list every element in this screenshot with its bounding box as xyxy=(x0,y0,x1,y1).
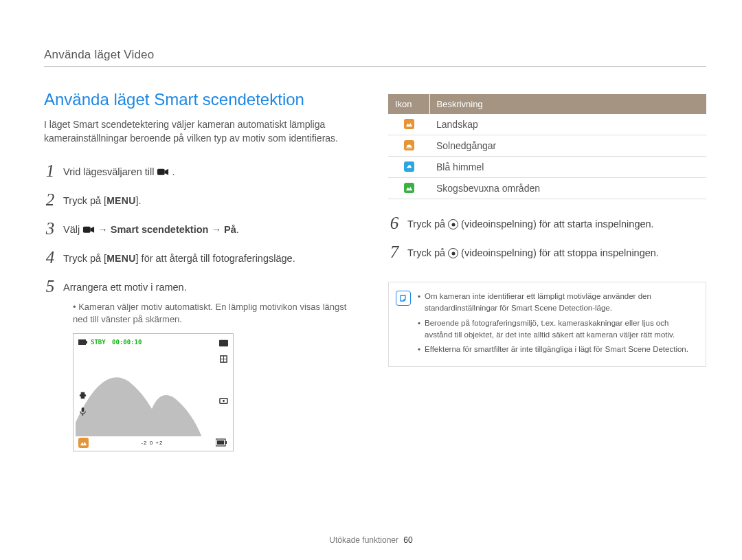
table-header-desc: Beskrivning xyxy=(429,94,706,114)
svg-rect-1 xyxy=(83,227,91,233)
table-header-icon: Ikon xyxy=(388,94,429,114)
step-5-text: Arrangera ett motiv i ramen. xyxy=(63,278,187,294)
menu-label: MENU xyxy=(106,195,135,206)
left-column: Använda läget Smart scendetektion I läge… xyxy=(44,90,362,451)
step-3-bold-1: Smart scendetektion xyxy=(111,224,209,235)
step-6-text-a: Tryck på xyxy=(407,219,448,229)
step-2-text-b: ]. xyxy=(136,195,142,206)
record-button-icon xyxy=(448,219,458,229)
video-camera-icon xyxy=(157,167,169,177)
table-row: Solnedgångar xyxy=(388,135,706,157)
scene-mode-icon xyxy=(78,438,89,448)
step-number: 4 xyxy=(44,249,56,266)
camera-preview: STBY 00:00:10 xyxy=(73,333,234,451)
svg-rect-10 xyxy=(225,441,227,444)
step-number: 1 xyxy=(44,162,56,179)
record-button-icon xyxy=(448,248,458,258)
step-number: 6 xyxy=(388,214,401,232)
svg-rect-4 xyxy=(219,340,228,346)
step-4-text-a: Tryck på [ xyxy=(63,253,106,264)
svg-rect-2 xyxy=(78,339,86,345)
step-list: 1 Vrid lägesväljaren till . 2 Tryck på [… xyxy=(44,157,362,301)
table-cell: Blå himmel xyxy=(429,157,706,178)
svg-rect-8 xyxy=(82,407,85,412)
note-item: Effekterna för smartfilter är inte tillg… xyxy=(418,344,696,355)
stabilizer-icon xyxy=(78,391,87,400)
microphone-icon xyxy=(78,407,87,416)
blue-sky-icon xyxy=(404,161,414,172)
step-3-arrow-2: → xyxy=(208,224,224,235)
preview-left-icons xyxy=(78,391,87,416)
intro-text: I läget Smart scendetektering väljer kam… xyxy=(44,117,362,146)
mountains-graphic xyxy=(76,361,231,436)
step-number: 2 xyxy=(44,191,56,208)
step-3-text-a: Välj xyxy=(63,224,82,235)
full-hd-icon xyxy=(219,339,228,348)
step-number: 5 xyxy=(44,278,56,295)
step-5-sub: Kameran väljer motiv automatiskt. En läm… xyxy=(44,301,362,327)
preview-stby: STBY xyxy=(91,339,106,346)
note-item: Om kameran inte identifierar ett lämplig… xyxy=(418,291,696,315)
svg-rect-11 xyxy=(217,440,224,445)
step-2: 2 Tryck på [MENU]. xyxy=(44,186,362,214)
table-row: Skogsbevuxna områden xyxy=(388,178,706,199)
step-6: 6 Tryck på (videoinspelning) för att sta… xyxy=(388,209,706,238)
step-3: 3 Välj → Smart scendetektion → På. xyxy=(44,214,362,243)
battery-level-icon xyxy=(216,438,228,447)
step-1-text-b: . xyxy=(172,166,175,177)
page-number: 60 xyxy=(403,535,412,545)
step-3-arrow-1: → xyxy=(98,224,111,235)
forest-icon xyxy=(404,183,414,193)
right-column: Ikon Beskrivning Landskap Solnedgångar B… xyxy=(388,90,706,451)
step-7-text-b: (videoinspelning) för att stoppa inspeln… xyxy=(458,247,659,258)
step-4: 4 Tryck på [MENU] för att återgå till fo… xyxy=(44,243,362,272)
step-number: 7 xyxy=(388,243,401,260)
sunset-icon xyxy=(404,140,414,150)
menu-label: MENU xyxy=(106,253,135,264)
page-title: Använda läget Smart scendetektion xyxy=(44,90,362,109)
preview-timecode: 00:00:10 xyxy=(112,339,142,346)
step-1-text-a: Vrid lägesväljaren till xyxy=(63,166,157,177)
battery-icon xyxy=(78,339,88,346)
section-header: Använda läget Video xyxy=(44,48,706,67)
table-cell: Solnedgångar xyxy=(429,135,706,157)
step-1: 1 Vrid lägesväljaren till . xyxy=(44,157,362,186)
page-footer: Utökade funktioner 60 xyxy=(0,535,742,545)
note-box: Om kameran inte identifierar ett lämplig… xyxy=(388,282,706,367)
step-3-bold-2: På xyxy=(224,224,236,235)
step-list-right: 6 Tryck på (videoinspelning) för att sta… xyxy=(388,209,706,267)
note-icon xyxy=(396,291,411,306)
step-3-text-f: . xyxy=(236,224,239,235)
svg-rect-3 xyxy=(86,341,87,344)
step-2-text-a: Tryck på [ xyxy=(63,195,106,206)
svg-rect-0 xyxy=(157,169,165,175)
icon-description-table: Ikon Beskrivning Landskap Solnedgångar B… xyxy=(388,94,706,199)
step-7: 7 Tryck på (videoinspelning) för att sto… xyxy=(388,238,706,267)
step-5: 5 Arrangera ett motiv i ramen. xyxy=(44,272,362,301)
note-list: Om kameran inte identifierar ett lämplig… xyxy=(418,291,696,358)
landscape-icon xyxy=(404,119,414,129)
step-number: 3 xyxy=(44,220,56,237)
table-row: Blå himmel xyxy=(388,157,706,178)
footer-label: Utökade funktioner xyxy=(329,535,398,545)
ev-scale: -2 0 +2 xyxy=(141,440,163,446)
table-row: Landskap xyxy=(388,114,706,135)
table-cell: Skogsbevuxna områden xyxy=(429,178,706,199)
step-7-text-a: Tryck på xyxy=(407,247,448,258)
step-4-text-b: ] för att återgå till fotograferingsläge… xyxy=(136,253,295,264)
table-cell: Landskap xyxy=(429,114,706,135)
note-item: Beroende på fotograferingsmiljö, t.ex. k… xyxy=(418,317,696,341)
step-6-text-b: (videoinspelning) för att starta inspeln… xyxy=(458,219,654,229)
video-camera-icon xyxy=(82,225,95,235)
